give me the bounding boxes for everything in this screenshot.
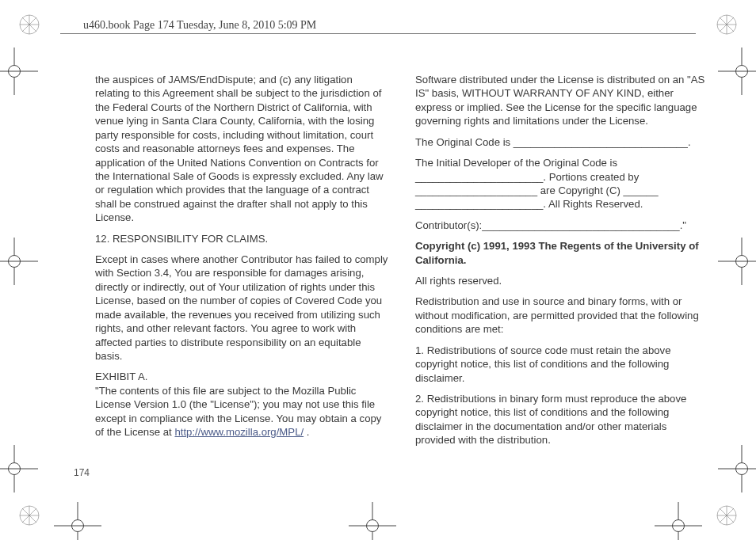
left-column: the auspices of JAMS/EndDispute; and (c)… bbox=[95, 73, 388, 454]
body-paragraph: 1. Redistributions of source code must r… bbox=[415, 344, 708, 385]
crop-mark-icon bbox=[0, 238, 38, 285]
crop-mark-icon bbox=[349, 502, 396, 540]
page-body: the auspices of JAMS/EndDispute; and (c)… bbox=[95, 73, 708, 454]
section-heading: EXHIBIT A. bbox=[95, 371, 147, 382]
license-link[interactable]: http://www.mozilla.org/MPL/ bbox=[174, 426, 304, 438]
body-text: . bbox=[304, 426, 309, 438]
body-paragraph: The Initial Developer of the Original Co… bbox=[415, 156, 708, 211]
registration-mark-icon bbox=[17, 13, 41, 36]
body-paragraph: 2. Redistributions in binary form must r… bbox=[415, 392, 708, 447]
page-number: 174 bbox=[74, 467, 90, 478]
body-paragraph: The Original Code is ___________________… bbox=[415, 135, 708, 149]
crop-mark-icon bbox=[655, 502, 702, 540]
registration-mark-icon bbox=[17, 504, 41, 527]
copyright-heading: Copyright (c) 1991, 1993 The Regents of … bbox=[415, 239, 708, 267]
right-column: Software distributed under the License i… bbox=[415, 73, 708, 454]
crop-mark-icon bbox=[54, 502, 101, 540]
crop-mark-icon bbox=[718, 48, 756, 95]
section-heading: 12. RESPONSIBILITY FOR CLAIMS. bbox=[95, 232, 388, 245]
registration-mark-icon bbox=[715, 13, 739, 36]
body-paragraph: All rights reserved. bbox=[415, 274, 708, 287]
crop-mark-icon bbox=[718, 445, 756, 492]
body-paragraph: Software distributed under the License i… bbox=[415, 73, 708, 128]
running-header: u460.book Page 174 Tuesday, June 8, 2010… bbox=[83, 19, 316, 32]
header-rule bbox=[60, 33, 696, 34]
crop-mark-icon bbox=[718, 238, 756, 285]
crop-mark-icon bbox=[0, 48, 38, 95]
body-paragraph: the auspices of JAMS/EndDispute; and (c)… bbox=[95, 73, 388, 225]
body-paragraph: Redistribution and use in source and bin… bbox=[415, 295, 708, 336]
crop-mark-icon bbox=[0, 445, 38, 492]
exhibit-block: EXHIBIT A. "The contents of this file ar… bbox=[95, 370, 388, 439]
body-paragraph: Except in cases where another Contributo… bbox=[95, 253, 388, 363]
body-paragraph: Contributor(s):_________________________… bbox=[415, 219, 708, 232]
registration-mark-icon bbox=[715, 504, 739, 527]
